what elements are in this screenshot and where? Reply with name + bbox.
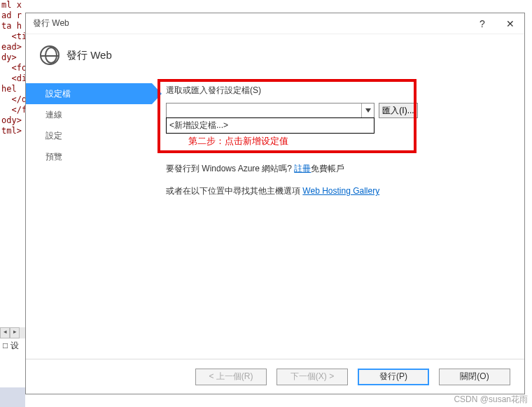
profile-combobox[interactable] — [166, 103, 374, 118]
background-scrollbar: ◂▸ — [0, 327, 25, 338]
profile-select-label: 選取或匯入發行設定檔(S) — [166, 85, 261, 97]
window-title: 發行 Web — [33, 17, 468, 29]
sidebar-item-settings[interactable]: 設定 — [26, 125, 152, 146]
globe-icon — [40, 45, 59, 65]
help-button[interactable]: ? — [468, 13, 496, 34]
close-window-button[interactable]: ✕ — [496, 13, 524, 34]
dropdown-option-new-profile[interactable]: <新增設定檔...> — [167, 118, 374, 133]
wizard-sidebar: 設定檔 連線 設定 預覽 — [26, 79, 152, 359]
sidebar-item-connection[interactable]: 連線 — [26, 104, 152, 125]
publish-button[interactable]: 發行(P) — [358, 369, 429, 385]
publish-web-dialog: 發行 Web ? ✕ 發行 Web 設定檔 連線 設定 預覽 選取或匯入發行設定… — [25, 13, 525, 394]
wizard-main: 選取或匯入發行設定檔(S) <新增設定檔...> 匯入(I)... 第二步：点击… — [152, 79, 524, 359]
next-button[interactable]: 下一個(X) > — [276, 369, 348, 385]
web-hosting-gallery-link[interactable]: Web Hosting Gallery — [302, 186, 379, 196]
dialog-title: 發行 Web — [66, 49, 112, 62]
dialog-body: 設定檔 連線 設定 預覽 選取或匯入發行設定檔(S) <新增設定檔...> 匯入… — [26, 79, 524, 359]
watermark: CSDN @susan花雨 — [454, 394, 528, 406]
import-button[interactable]: 匯入(I)... — [379, 103, 418, 118]
background-tab: □ 设 — [3, 340, 19, 352]
sidebar-item-profile[interactable]: 設定檔 — [26, 83, 152, 104]
annotation-step2: 第二步：点击新增设定值 — [188, 135, 288, 148]
sidebar-item-preview[interactable]: 預覽 — [26, 146, 152, 167]
gallery-text: 或者在以下位置中尋找其他主機選項 Web Hosting Gallery — [166, 185, 379, 197]
dialog-header: 發行 Web — [26, 34, 524, 79]
titlebar: 發行 Web ? ✕ — [26, 13, 524, 34]
azure-register-link[interactable]: 註冊 — [294, 164, 311, 173]
close-button[interactable]: 關閉(O) — [439, 369, 510, 385]
background-statusbar — [0, 387, 25, 407]
prev-button[interactable]: < 上一個(R) — [195, 369, 267, 385]
profile-combobox-value — [167, 103, 361, 117]
dialog-footer: < 上一個(R) 下一個(X) > 發行(P) 關閉(O) — [26, 359, 524, 394]
chevron-down-icon[interactable] — [361, 103, 374, 117]
profile-dropdown: <新增設定檔...> — [166, 117, 374, 134]
azure-text: 要發行到 Windows Azure 網站嗎? 註冊免費帳戶 — [166, 163, 344, 175]
